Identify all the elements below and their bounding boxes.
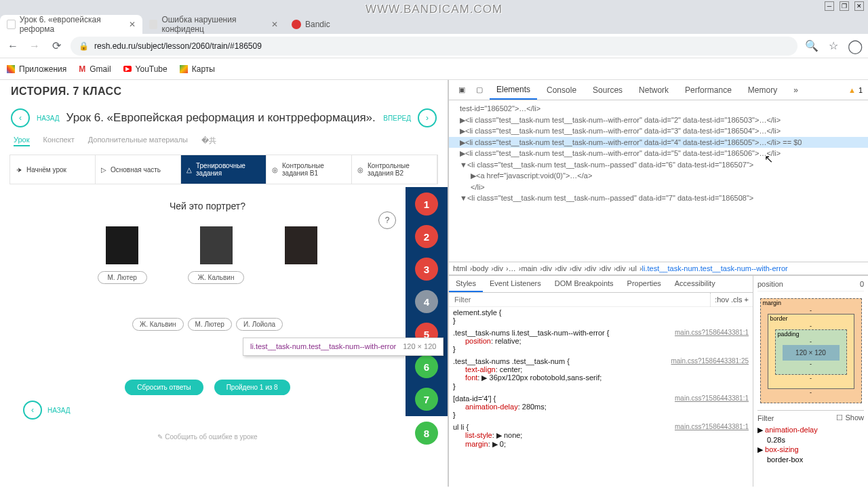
dom-line[interactable]: ▼<li class="test__task-num test__task-nu… — [449, 192, 868, 204]
share-icon[interactable]: �共 — [201, 136, 216, 146]
stage-main[interactable]: ▷Основная часть — [96, 155, 181, 184]
back-label-2: НАЗАД — [47, 407, 71, 414]
dom-line-selected[interactable]: ▶<li class="test__task-num test__task-nu… — [449, 137, 868, 148]
tab-title: Bandic — [305, 20, 330, 29]
maps-icon — [180, 65, 188, 73]
task-num-6[interactable]: 6 — [415, 355, 438, 378]
star-icon[interactable]: ☆ — [826, 39, 841, 52]
tab-konspekt[interactable]: Конспект — [43, 136, 75, 146]
dom-line[interactable]: ▶<li class="test__task-num test__task-nu… — [449, 125, 868, 137]
reload-icon[interactable]: ⟳ — [49, 39, 64, 52]
drag-chip-luther[interactable]: М. Лютер — [188, 318, 232, 331]
reset-answers-button[interactable]: Сбросить ответы — [125, 380, 203, 395]
task-number-list: 1 2 3 4 5 6 7 — [406, 187, 448, 416]
css-rule[interactable]: ul li { — [453, 423, 469, 431]
styles-tab-acc[interactable]: Accessibility — [668, 276, 722, 292]
tab-urok[interactable]: Урок — [14, 136, 30, 146]
drag-chip-calvin[interactable]: Ж. Кальвин — [132, 318, 184, 331]
css-rule[interactable]: .test__task-nums li.test__task-num--with… — [453, 329, 609, 337]
styles-tab-dombp[interactable]: DOM Breakpoints — [548, 276, 620, 292]
styles-filter-opts[interactable]: :hov .cls + — [710, 293, 753, 306]
back-icon[interactable]: ← — [5, 40, 20, 52]
devtools-toolbar: ▣ ▢ Elements Console Sources Network Per… — [449, 80, 868, 100]
window-close-button[interactable]: ✕ — [854, 1, 864, 11]
tab-more[interactable]: » — [787, 81, 805, 99]
portrait-1[interactable] — [106, 226, 138, 264]
css-source-link[interactable]: main.css?1586443381:25 — [671, 357, 749, 365]
css-source-link[interactable]: main.css?1586443381:1 — [675, 394, 749, 402]
youtube-bookmark[interactable]: ▶YouTube — [123, 64, 167, 74]
task-num-3[interactable]: 3 — [415, 258, 438, 281]
window-minimize-button[interactable]: ─ — [825, 1, 834, 11]
dom-line[interactable]: </li> — [449, 182, 868, 193]
help-button[interactable]: ? — [378, 211, 396, 229]
dom-line[interactable]: ▶<a href="javascript:void(0)">…</a> — [449, 170, 868, 182]
css-source-link[interactable]: main.css?1586443381:1 — [675, 329, 749, 336]
task-num-2[interactable]: 2 — [415, 225, 438, 248]
browser-tab-3[interactable]: Bandic — [285, 15, 427, 34]
device-icon[interactable]: ▢ — [472, 85, 487, 94]
tab-network[interactable]: Network — [632, 81, 675, 99]
back-label: НАЗАД — [37, 115, 60, 122]
tab-performance[interactable]: Performance — [678, 81, 738, 99]
apps-bookmark[interactable]: Приложения — [7, 64, 66, 74]
close-icon[interactable]: ✕ — [129, 20, 136, 29]
css-rule[interactable]: element.style { — [453, 308, 502, 317]
lesson-forward-button[interactable]: › — [418, 108, 437, 127]
task-num-7[interactable]: 7 — [415, 388, 438, 411]
profile-icon[interactable]: ◯ — [848, 38, 863, 54]
apps-icon — [7, 65, 15, 73]
answer-chip-calvin[interactable]: Ж. Кальвин — [188, 271, 245, 284]
dom-line[interactable]: ▶<li class="test__task-num test__task-nu… — [449, 148, 868, 159]
dom-tree[interactable]: test-id="186502">…</li> ▶<li class="test… — [449, 100, 868, 262]
browser-tab-2[interactable]: Ошибка нарушения конфиденц ✕ — [142, 15, 285, 34]
task-num-1[interactable]: 1 — [415, 192, 438, 216]
search-icon[interactable]: 🔍 — [804, 39, 819, 52]
stage-training[interactable]: △Тренировочныезадания — [181, 155, 267, 184]
task-num-8[interactable]: 8 — [415, 422, 438, 445]
stage-control-b2[interactable]: ◎Контрольныезадания B2 — [352, 155, 437, 184]
window-maximize-button[interactable]: ❐ — [840, 1, 849, 11]
address-bar[interactable]: 🔒 resh.edu.ru/subject/lesson/2060/train/… — [71, 37, 797, 56]
styles-filter-input[interactable] — [449, 293, 710, 306]
progress-button[interactable]: Пройдено 1 из 8 — [214, 380, 290, 395]
lock-icon: 🔒 — [79, 41, 89, 51]
css-rule[interactable]: [data-id='4'] { — [453, 394, 496, 403]
warning-icon[interactable]: ▲ — [848, 86, 856, 94]
dom-line[interactable]: test-id="186502">…</li> — [449, 103, 868, 115]
back-button-2[interactable]: ‹ — [23, 401, 42, 420]
dom-line[interactable]: ▶<li class="test__task-num test__task-nu… — [449, 115, 868, 126]
breadcrumb[interactable]: html›body›div›…›main›div›div›div›div›div… — [449, 262, 868, 275]
css-source-link[interactable]: main.css?1586443381:1 — [675, 423, 749, 430]
task-num-4[interactable]: 4 — [415, 290, 438, 313]
tab-sources[interactable]: Sources — [586, 81, 629, 99]
tab-title: Урок 6. «европейская реформа — [20, 15, 125, 34]
report-error-link[interactable]: ✎ Сообщить об ошибке в уроке — [9, 433, 406, 441]
favicon-icon — [7, 20, 16, 29]
stage-start[interactable]: 🕩Начнём урок — [10, 155, 96, 184]
answer-chip-luther[interactable]: М. Лютер — [98, 271, 147, 284]
dom-line[interactable]: ▼<li class="test__task-num test__task-nu… — [449, 159, 868, 171]
css-rule[interactable]: .test__task-nums .test__task-num { — [453, 357, 570, 365]
browser-tab-1[interactable]: Урок 6. «европейская реформа ✕ — [0, 15, 142, 34]
lesson-back-button[interactable]: ‹ — [11, 108, 30, 127]
styles-panel: Styles Event Listeners DOM Breakpoints P… — [449, 276, 753, 487]
portrait-3[interactable] — [285, 226, 317, 264]
styles-tab-styles[interactable]: Styles — [449, 276, 483, 292]
styles-tab-events[interactable]: Event Listeners — [483, 276, 548, 292]
bookmarks-bar: Приложения MGmail ▶YouTube Карты — [0, 58, 868, 80]
inspect-icon[interactable]: ▣ — [454, 85, 469, 94]
styles-tab-props[interactable]: Properties — [620, 276, 668, 292]
gmail-bookmark[interactable]: MGmail — [79, 64, 111, 74]
tab-console[interactable]: Console — [540, 81, 583, 99]
portrait-2[interactable] — [200, 226, 233, 264]
url-text: resh.edu.ru/subject/lesson/2060/train/#1… — [94, 41, 262, 51]
close-icon[interactable]: ✕ — [271, 20, 278, 29]
drag-chip-loyola[interactable]: И. Лойола — [236, 318, 283, 331]
tab-memory[interactable]: Memory — [741, 81, 784, 99]
stage-control-b1[interactable]: ◎Контрольныезадания B1 — [267, 155, 352, 184]
tab-dop[interactable]: Дополнительные материалы — [88, 136, 188, 146]
computed-styles[interactable]: ▶ animation-delay 0.28s ▶ box-sizing bor… — [757, 425, 864, 464]
tab-elements[interactable]: Elements — [490, 81, 537, 100]
maps-bookmark[interactable]: Карты — [180, 64, 215, 74]
